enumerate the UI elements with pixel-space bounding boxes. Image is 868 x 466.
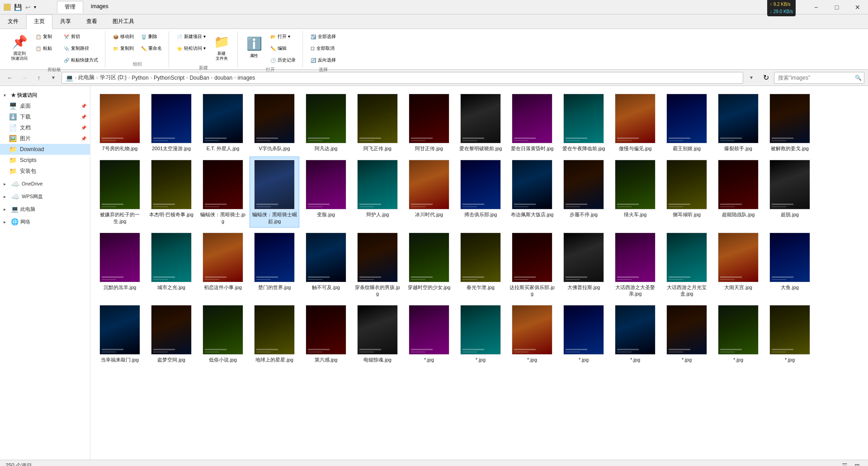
paste-shortcut-button[interactable]: 🔗粘贴快捷方式 [61,55,101,66]
file-item[interactable]: 步履不停.jpg [559,157,609,228]
file-item[interactable]: 霸王别姬.jpg [662,90,712,155]
onedrive-collapse[interactable]: ▸ ☁️ OneDrive [0,178,90,189]
tab-manage[interactable]: 管理 [57,1,83,13]
file-item[interactable]: 冰川时代.jpg [404,157,454,228]
file-item[interactable]: 爱在日落黄昏时.jpg [507,90,557,155]
file-item[interactable]: 穿条纹睡衣的男孩.jpg [353,229,402,300]
save-icon[interactable]: 💾 [13,3,23,12]
path-item-python[interactable]: Python [132,75,148,81]
deselect-all-button[interactable]: ☐全部取消 [307,43,339,54]
new-folder-button[interactable]: 📁 新建文件夹 [210,31,234,64]
tab-picture-tools[interactable]: 图片工具 [105,14,142,29]
file-item[interactable]: 布达佩斯大饭店.jpg [507,157,557,228]
file-item[interactable]: V字仇杀队.jpg [250,90,299,155]
wps-collapse[interactable]: ▸ ☁️ WPS网盘 [0,191,90,202]
path-item-douban-cap[interactable]: DouBan [189,75,209,81]
undo-icon[interactable]: ↩ [24,3,32,12]
copy-to-button[interactable]: 📁复制到 [110,43,137,54]
file-item[interactable]: 侧耳倾听.jpg [662,157,712,228]
file-item[interactable]: 大话西游之大圣娶亲.jpg [610,229,660,300]
search-input[interactable] [774,72,864,84]
minimize-button[interactable]: − [806,0,826,14]
copy-path-button[interactable]: 📎复制路径 [61,43,101,54]
file-item[interactable]: 第六感.jpg [301,302,351,366]
address-dropdown-button[interactable]: ▼ [745,71,758,84]
file-item[interactable]: 傲慢与偏见.jpg [610,90,660,155]
file-item[interactable]: 超能陆战队.jpg [713,157,763,228]
file-item[interactable]: *.jpg [456,302,505,366]
paste-button[interactable]: 📋粘贴 [33,43,60,54]
easy-access-button[interactable]: ⭐轻松访问 ▾ [174,43,209,54]
file-item[interactable]: 阿甘正传.jpg [404,90,454,155]
file-item[interactable]: E.T. 外星人.jpg [198,90,248,155]
details-view-button[interactable]: ☰ [839,461,850,466]
open-button[interactable]: 📂打开 ▾ [267,31,299,42]
dropdown-arrow[interactable]: ▾ [33,4,37,10]
edit-button[interactable]: ✏️编辑 [267,43,299,54]
copy-button[interactable]: 📋复制 [33,31,60,42]
file-item[interactable]: 阿飞正传.jpg [353,90,402,155]
file-item[interactable]: 辩护人.jpg [353,157,402,228]
file-item[interactable]: 电锯惊魂.jpg [353,302,402,366]
file-item[interactable]: *.jpg [713,302,763,366]
file-item[interactable]: 爆裂鼓手.jpg [713,90,763,155]
file-item[interactable]: 触不可及.jpg [301,229,351,300]
tab-share[interactable]: 共享 [52,14,79,29]
file-item[interactable]: 2001太空漫游.jpg [146,90,196,155]
properties-button[interactable]: ℹ️ 属性 [242,31,266,64]
path-item-d[interactable]: 学习区 (D:) [100,74,127,81]
file-item[interactable]: 阿凡达.jpg [301,90,351,155]
path-item-images[interactable]: images [238,75,255,81]
file-item[interactable]: 蝙蝠侠：黑暗骑士.jpg [198,157,248,228]
sidebar-item-documents[interactable]: 📄 文档 📌 [0,122,90,133]
up-button[interactable]: ↑ [33,71,45,84]
tab-view[interactable]: 查看 [79,14,105,29]
file-item[interactable]: 7号房的礼物.jpg [95,90,145,155]
quick-access-collapse[interactable]: ▾ ★ 快速访问 [0,90,90,100]
invert-selection-button[interactable]: 🔄反向选择 [307,55,339,66]
forward-button[interactable]: → [18,71,31,84]
maximize-button[interactable]: □ [826,0,847,14]
rename-button[interactable]: ✏️重命名 [138,43,165,54]
sidebar-item-downloads[interactable]: ⬇️ 下载 📌 [0,111,90,122]
file-item[interactable]: 低俗小说.jpg [198,302,248,366]
file-item[interactable]: 达拉斯买家俱乐部.jpg [507,229,557,300]
file-item[interactable]: 地球上的星星.jpg [250,302,299,366]
history-button[interactable]: 🕐历史记录 [267,55,299,66]
file-item[interactable]: 大话西游之月光宝盒.jpg [662,229,712,300]
file-item[interactable]: 沉默的羔羊.jpg [95,229,145,300]
path-item-pc[interactable]: 此电脑 [78,74,94,81]
sidebar-item-install-packages[interactable]: 📁 安装包 [0,166,90,176]
sidebar-item-download-folder[interactable]: 📁 Download [0,144,90,155]
file-item[interactable]: *.jpg [507,302,557,366]
sidebar-item-scripts[interactable]: 📁 Scripts [0,155,90,166]
file-item[interactable]: 初恋这件小事.jpg [198,229,248,300]
file-item[interactable]: 被嫌弃的松子的一生.jpg [95,157,145,228]
file-item[interactable]: 盗梦空间.jpg [146,302,196,366]
file-item[interactable]: *.jpg [662,302,712,366]
this-pc-collapse[interactable]: ▸ 💻 此电脑 [0,204,90,214]
sidebar-item-pictures[interactable]: 🖼️ 图片 📌 [0,133,90,144]
back-button[interactable]: ← [4,71,16,84]
sidebar-item-desktop[interactable]: 🖥️ 桌面 📌 [0,100,90,111]
file-item[interactable]: 蝙蝠侠：黑暗骑士崛起.jpg [250,157,299,228]
large-icons-view-button[interactable]: ⊞ [852,461,863,466]
file-item[interactable]: *.jpg [610,302,660,366]
file-item[interactable]: 春光乍泄.jpg [456,229,505,300]
file-item[interactable]: 大佛普拉斯.jpg [559,229,609,300]
file-item[interactable]: 本杰明·巴顿奇事.jpg [146,157,196,228]
file-item[interactable]: 爱在黎明破晓前.jpg [456,90,505,155]
file-item[interactable]: 大鱼.jpg [765,229,815,300]
file-item[interactable]: 被解救的姜戈.jpg [765,90,815,155]
file-item[interactable]: *.jpg [765,302,815,366]
path-item-pythonscript[interactable]: PythonScript [154,75,184,81]
network-collapse[interactable]: ▸ 🌐 网络 [0,216,90,227]
delete-button[interactable]: 🗑️删除 [138,31,165,42]
file-item[interactable]: 当幸福来敲门.jpg [95,302,145,366]
file-item[interactable]: 猜火车.jpg [610,157,660,228]
address-path[interactable]: 💻 › 此电脑 › 学习区 (D:) › Python › PythonScri… [61,72,743,84]
new-item-button[interactable]: 📄新建项目 ▾ [174,31,209,42]
move-to-button[interactable]: 📦移动到 [110,31,137,42]
file-item[interactable]: 大闹天宫.jpg [713,229,763,300]
file-item[interactable]: 超脱.jpg [765,157,815,228]
